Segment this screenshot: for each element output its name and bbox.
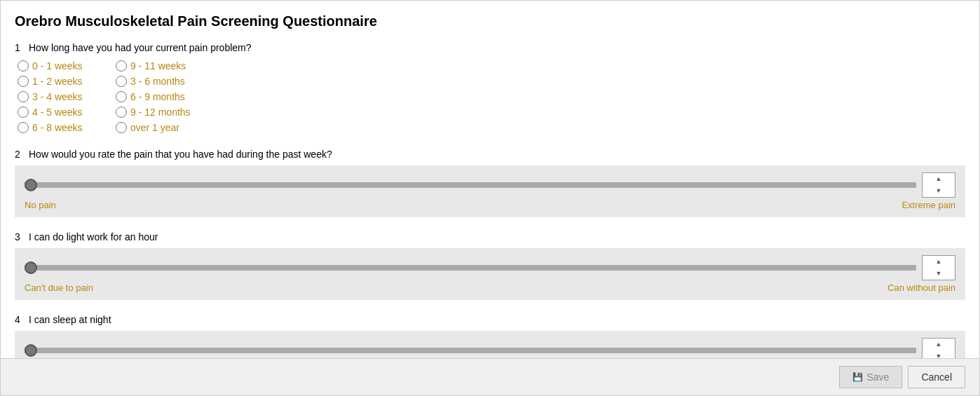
question-2-slider[interactable] <box>25 182 916 188</box>
radio-option-0-1weeks[interactable]: 0 - 1 weeks <box>18 59 109 73</box>
question-2-spinbox[interactable]: ▲ ▼ <box>922 172 955 198</box>
radio-label-1-2weeks[interactable]: 1 - 2 weeks <box>32 76 83 87</box>
radio-label-over-1year[interactable]: over 1 year <box>130 122 179 133</box>
question-2-label-right: Extreme pain <box>901 200 955 210</box>
question-1: 1 How long have you had your current pai… <box>15 42 965 135</box>
question-4-slider-section: ▲ ▼ Can't due to pain Can without pain <box>15 331 965 358</box>
question-4-spinbox-down[interactable]: ▼ <box>923 350 955 358</box>
question-3-slider[interactable] <box>25 265 916 271</box>
radio-option-over-1year[interactable]: over 1 year <box>116 121 228 135</box>
dialog-content[interactable]: Orebro Musculoskeletal Pain Screening Qu… <box>1 1 979 358</box>
radio-label-6-8weeks[interactable]: 6 - 8 weeks <box>32 122 83 133</box>
question-3-label-left: Can't due to pain <box>25 282 93 293</box>
question-3-labels: Can't due to pain Can without pain <box>25 282 955 293</box>
question-4-label: 4 I can sleep at night <box>15 314 965 325</box>
cancel-button[interactable]: Cancel <box>908 366 965 388</box>
question-4-track <box>25 343 916 357</box>
radio-option-3-4weeks[interactable]: 3 - 4 weeks <box>18 90 109 104</box>
radio-option-4-5weeks[interactable]: 4 - 5 weeks <box>18 105 109 119</box>
radio-label-0-1weeks[interactable]: 0 - 1 weeks <box>32 60 83 71</box>
question-3-spinbox[interactable]: ▲ ▼ <box>922 255 955 280</box>
question-3-spinbox-up[interactable]: ▲ <box>923 256 955 268</box>
question-4-spinbox[interactable]: ▲ ▼ <box>922 338 955 358</box>
question-2-number: 2 <box>15 149 25 160</box>
question-2-spinbox-up[interactable]: ▲ <box>923 173 955 185</box>
question-2-spinbox-down[interactable]: ▼ <box>923 185 955 197</box>
radio-label-9-11weeks[interactable]: 9 - 11 weeks <box>130 60 186 71</box>
question-2-label: 2 How would you rate the pain that you h… <box>15 149 965 160</box>
save-icon: 💾 <box>852 372 863 382</box>
question-2-label-left: No pain <box>25 200 56 210</box>
question-2-track <box>25 178 916 192</box>
question-2-text: How would you rate the pain that you hav… <box>29 149 332 160</box>
question-1-text: How long have you had your current pain … <box>29 42 252 53</box>
question-4-spinbox-up[interactable]: ▲ <box>923 339 955 350</box>
question-4: 4 I can sleep at night ▲ ▼ Can't due to … <box>15 314 965 358</box>
question-2-slider-section: ▲ ▼ No pain Extreme pain <box>15 165 965 217</box>
radio-label-3-4weeks[interactable]: 3 - 4 weeks <box>32 91 83 102</box>
radio-label-4-5weeks[interactable]: 4 - 5 weeks <box>32 107 83 118</box>
radio-option-3-6months[interactable]: 3 - 6 months <box>116 74 228 88</box>
question-3-slider-section: ▲ ▼ Can't due to pain Can without pain <box>15 248 965 300</box>
radio-option-6-8weeks[interactable]: 6 - 8 weeks <box>18 121 109 135</box>
question-3-spinbox-down[interactable]: ▼ <box>923 268 955 280</box>
question-1-number: 1 <box>15 42 25 53</box>
question-3-label: 3 I can do light work for an hour <box>15 231 965 243</box>
question-3-track <box>25 261 916 275</box>
question-3-label-right: Can without pain <box>887 282 955 293</box>
cancel-label: Cancel <box>921 371 952 383</box>
question-2: 2 How would you rate the pain that you h… <box>15 149 965 217</box>
question-3-number: 3 <box>15 231 25 243</box>
radio-option-6-9months[interactable]: 6 - 9 months <box>116 90 228 104</box>
question-2-slider-row: ▲ ▼ <box>25 172 955 198</box>
save-label: Save <box>866 371 889 383</box>
radio-label-3-6months[interactable]: 3 - 6 months <box>130 76 185 87</box>
question-3: 3 I can do light work for an hour ▲ ▼ Ca… <box>15 231 965 300</box>
question-3-text: I can do light work for an hour <box>29 231 158 243</box>
page-title: Orebro Musculoskeletal Pain Screening Qu… <box>15 13 965 29</box>
question-1-label: 1 How long have you had your current pai… <box>15 42 965 53</box>
question-1-options: 0 - 1 weeks 1 - 2 weeks 3 - 4 weeks 4 - … <box>18 59 965 135</box>
radio-option-1-2weeks[interactable]: 1 - 2 weeks <box>18 74 109 88</box>
save-button[interactable]: 💾 Save <box>839 366 902 388</box>
radio-label-6-9months[interactable]: 6 - 9 months <box>130 91 185 102</box>
dialog-wrapper: Orebro Musculoskeletal Pain Screening Qu… <box>0 0 980 396</box>
question-4-text: I can sleep at night <box>29 314 111 325</box>
dialog-footer: 💾 Save Cancel <box>1 358 979 395</box>
question-2-labels: No pain Extreme pain <box>25 200 955 210</box>
radio-option-9-12months[interactable]: 9 - 12 months <box>116 105 228 119</box>
question-3-slider-row: ▲ ▼ <box>25 255 955 280</box>
radio-label-9-12months[interactable]: 9 - 12 months <box>130 107 191 118</box>
question-4-slider[interactable] <box>25 348 916 353</box>
question-4-slider-row: ▲ ▼ <box>25 338 955 358</box>
radio-option-9-11weeks[interactable]: 9 - 11 weeks <box>116 59 228 73</box>
question-4-number: 4 <box>15 314 25 325</box>
